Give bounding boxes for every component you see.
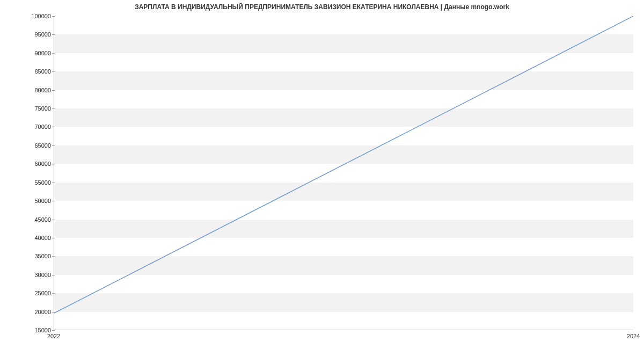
y-tick-label: 30000 bbox=[3, 272, 51, 278]
plot-area bbox=[54, 16, 633, 330]
y-tick-label: 85000 bbox=[3, 68, 51, 75]
y-tick-label: 15000 bbox=[3, 327, 51, 333]
y-tick-label: 80000 bbox=[3, 87, 51, 93]
y-tick-label: 70000 bbox=[3, 123, 51, 130]
y-tick-label: 20000 bbox=[3, 309, 51, 315]
chart-title: ЗАРПЛАТА В ИНДИВИДУАЛЬНЫЙ ПРЕДПРИНИМАТЕЛ… bbox=[0, 3, 644, 11]
y-tick-label: 95000 bbox=[3, 31, 51, 38]
y-tick-label: 75000 bbox=[3, 105, 51, 112]
y-tick-label: 25000 bbox=[3, 290, 51, 296]
y-tick-label: 55000 bbox=[3, 179, 51, 186]
y-tick-label: 65000 bbox=[3, 142, 51, 149]
x-tick-label: 2024 bbox=[627, 333, 640, 339]
line-series bbox=[54, 16, 633, 330]
series-line bbox=[54, 16, 633, 313]
y-tick-label: 60000 bbox=[3, 161, 51, 167]
y-tick-label: 50000 bbox=[3, 198, 51, 204]
y-tick-label: 90000 bbox=[3, 50, 51, 56]
y-tick-label: 100000 bbox=[3, 13, 51, 19]
y-tick-label: 35000 bbox=[3, 253, 51, 259]
y-tick-label: 45000 bbox=[3, 216, 51, 223]
y-tick-label: 40000 bbox=[3, 235, 51, 241]
x-tick-label: 2022 bbox=[47, 333, 60, 339]
